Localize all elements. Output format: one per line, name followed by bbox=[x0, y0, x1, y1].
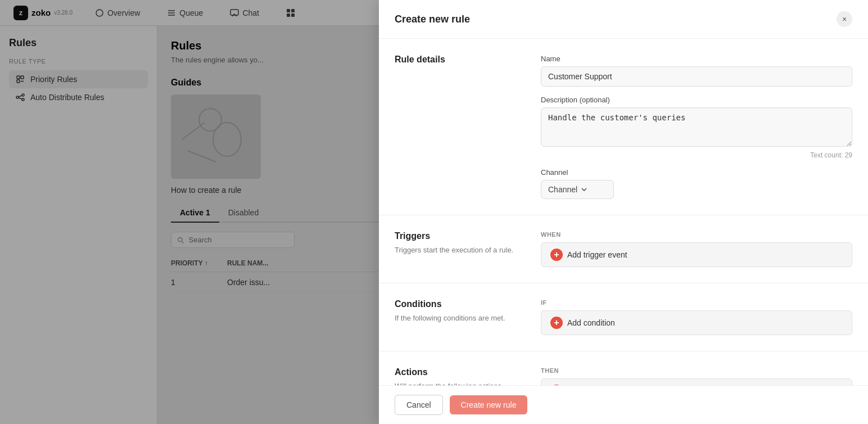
text-count: Text count: 29 bbox=[541, 151, 852, 159]
conditions-left: Conditions If the following conditions a… bbox=[395, 299, 518, 335]
add-action-button[interactable]: + Add action bbox=[541, 378, 852, 385]
add-trigger-label: Add trigger event bbox=[567, 250, 627, 259]
rule-details-section: Rule details Name Description (optional)… bbox=[379, 39, 868, 215]
description-label: Description (optional) bbox=[541, 96, 852, 104]
add-condition-button[interactable]: + Add condition bbox=[541, 310, 852, 335]
triggers-right: WHEN + Add trigger event bbox=[541, 231, 852, 267]
cancel-button[interactable]: Cancel bbox=[395, 395, 443, 415]
actions-right: THEN + Add action bbox=[541, 367, 852, 385]
conditions-heading: Conditions bbox=[395, 299, 518, 309]
add-condition-label: Add condition bbox=[567, 318, 615, 327]
channel-select[interactable]: Channel bbox=[541, 180, 614, 199]
triggers-left: Triggers Triggers start the execution of… bbox=[395, 231, 518, 267]
triggers-desc: Triggers start the execution of a rule. bbox=[395, 245, 518, 256]
actions-section: Actions Will perform the following actio… bbox=[379, 351, 868, 385]
triggers-heading: Triggers bbox=[395, 231, 518, 241]
triggers-section: Triggers Triggers start the execution of… bbox=[379, 215, 868, 283]
modal-footer: Cancel Create new rule bbox=[379, 385, 868, 424]
description-textarea[interactable]: Handle the customer's queries bbox=[541, 107, 852, 147]
actions-heading: Actions bbox=[395, 367, 518, 377]
if-label: IF bbox=[541, 299, 852, 306]
modal: Create new rule × Rule details Name Desc… bbox=[379, 0, 868, 424]
name-input[interactable] bbox=[541, 66, 852, 87]
rule-details-heading: Rule details bbox=[395, 55, 518, 65]
modal-header: Create new rule × bbox=[379, 0, 868, 39]
actions-desc: Will perform the following actions. bbox=[395, 381, 518, 385]
chevron-down-icon bbox=[581, 186, 587, 193]
modal-body: Rule details Name Description (optional)… bbox=[379, 39, 868, 385]
rule-details-left: Rule details bbox=[395, 55, 518, 199]
channel-value: Channel bbox=[548, 185, 577, 194]
channel-label: Channel bbox=[541, 168, 852, 177]
conditions-section: Conditions If the following conditions a… bbox=[379, 283, 868, 351]
app-shell: z zoko v3.28.0 Overview Queue Chat Rules… bbox=[0, 0, 868, 424]
add-trigger-icon: + bbox=[550, 249, 563, 261]
then-label: THEN bbox=[541, 367, 852, 374]
when-label: WHEN bbox=[541, 231, 852, 238]
modal-overlay: Create new rule × Rule details Name Desc… bbox=[0, 0, 868, 424]
add-trigger-button[interactable]: + Add trigger event bbox=[541, 242, 852, 267]
conditions-right: IF + Add condition bbox=[541, 299, 852, 335]
name-label: Name bbox=[541, 55, 852, 63]
create-rule-button[interactable]: Create new rule bbox=[450, 395, 528, 414]
rule-details-right: Name Description (optional) Handle the c… bbox=[541, 55, 852, 199]
actions-left: Actions Will perform the following actio… bbox=[395, 367, 518, 385]
modal-close-button[interactable]: × bbox=[837, 11, 852, 27]
add-condition-icon: + bbox=[550, 317, 563, 329]
conditions-desc: If the following conditions are met. bbox=[395, 313, 518, 324]
modal-title: Create new rule bbox=[395, 13, 470, 25]
